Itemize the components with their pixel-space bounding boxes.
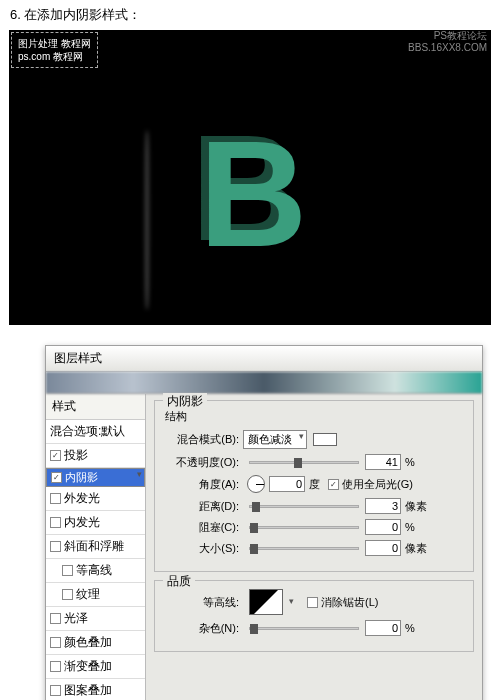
row-choke: 阻塞(C): 0 %	[165, 519, 463, 535]
item-label: 外发光	[64, 490, 100, 507]
layer-style-dialog: 图层样式 样式 混合选项:默认 投影 内阴影 外发光 内发光 斜面和浮雕 等高线…	[45, 345, 483, 700]
row-opacity: 不透明度(O): 41 %	[165, 454, 463, 470]
item-label: 内阴影	[65, 470, 98, 485]
antialias-label: 消除锯齿(L)	[321, 595, 378, 610]
unit-percent: %	[405, 456, 415, 468]
slider-thumb[interactable]	[252, 502, 260, 512]
style-item-satin[interactable]: 光泽	[46, 607, 145, 631]
item-label: 纹理	[76, 586, 100, 603]
settings-panel: 内阴影 结构 混合模式(B): 颜色减淡 不透明度(O): 41 % 角度(A)…	[146, 394, 482, 700]
dialog-header-bg	[46, 372, 482, 394]
item-label: 渐变叠加	[64, 658, 112, 675]
checkbox-icon[interactable]	[50, 637, 61, 648]
shadow-color-swatch[interactable]	[313, 433, 337, 446]
row-contour: 等高线: 消除锯齿(L)	[165, 589, 463, 615]
checkbox-icon[interactable]	[51, 472, 62, 483]
size-label: 大小(S):	[165, 541, 239, 556]
antialias-checkbox[interactable]	[307, 597, 318, 608]
unit-degree: 度	[309, 477, 320, 492]
angle-input[interactable]: 0	[269, 476, 305, 492]
row-size: 大小(S): 0 像素	[165, 540, 463, 556]
global-light-label: 使用全局光(G)	[342, 477, 413, 492]
noise-label: 杂色(N):	[165, 621, 239, 636]
styles-header: 样式	[46, 394, 145, 420]
step-caption: 6. 在添加内阴影样式：	[0, 0, 500, 30]
size-input[interactable]: 0	[365, 540, 401, 556]
noise-slider[interactable]	[249, 627, 359, 630]
checkbox-icon[interactable]	[50, 517, 61, 528]
distance-label: 距离(D):	[165, 499, 239, 514]
opacity-label: 不透明度(O):	[165, 455, 239, 470]
slider-thumb[interactable]	[250, 544, 258, 554]
item-label: 光泽	[64, 610, 88, 627]
credit-line: BBS.16XX8.COM	[408, 42, 487, 54]
slider-thumb[interactable]	[294, 458, 302, 468]
slider-thumb[interactable]	[250, 523, 258, 533]
row-blend-mode: 混合模式(B): 颜色减淡	[165, 430, 463, 449]
item-label: 投影	[64, 447, 88, 464]
style-item-texture[interactable]: 纹理	[46, 583, 145, 607]
section-quality: 品质	[163, 573, 195, 590]
angle-label: 角度(A):	[165, 477, 239, 492]
row-angle: 角度(A): 0 度 使用全局光(G)	[165, 475, 463, 493]
global-light-checkbox[interactable]	[328, 479, 339, 490]
size-slider[interactable]	[249, 547, 359, 550]
style-item-color-overlay[interactable]: 颜色叠加	[46, 631, 145, 655]
opacity-input[interactable]: 41	[365, 454, 401, 470]
checkbox-icon[interactable]	[50, 450, 61, 461]
choke-slider[interactable]	[249, 526, 359, 529]
style-item-outer-glow[interactable]: 外发光	[46, 487, 145, 511]
choke-label: 阻塞(C):	[165, 520, 239, 535]
style-item-inner-glow[interactable]: 内发光	[46, 511, 145, 535]
quality-group: 品质 等高线: 消除锯齿(L) 杂色(N): 0 %	[154, 580, 474, 652]
checkbox-icon[interactable]	[50, 661, 61, 672]
watermark: 图片处理 教程网 ps.com 教程网	[11, 32, 98, 68]
blend-label: 混合模式(B):	[165, 432, 239, 447]
distance-input[interactable]: 3	[365, 498, 401, 514]
blend-mode-select[interactable]: 颜色减淡	[243, 430, 307, 449]
item-label: 颜色叠加	[64, 634, 112, 651]
structure-group: 内阴影 结构 混合模式(B): 颜色减淡 不透明度(O): 41 % 角度(A)…	[154, 400, 474, 572]
unit-percent: %	[405, 521, 415, 533]
unit-percent: %	[405, 622, 415, 634]
contour-label: 等高线:	[165, 595, 239, 610]
letter-b: B	[199, 108, 307, 281]
dialog-title: 图层样式	[46, 346, 482, 372]
watermark-line: 图片处理 教程网	[18, 37, 91, 50]
section-structure: 结构	[165, 409, 463, 424]
preview-canvas: 图片处理 教程网 ps.com 教程网 PS教程论坛 BBS.16XX8.COM…	[9, 30, 491, 325]
corner-credit: PS教程论坛 BBS.16XX8.COM	[408, 30, 487, 54]
opacity-slider[interactable]	[249, 461, 359, 464]
slider-thumb[interactable]	[250, 624, 258, 634]
contour-picker[interactable]	[249, 589, 283, 615]
highlight-flare	[144, 130, 150, 310]
style-item-inner-shadow[interactable]: 内阴影	[46, 468, 145, 487]
noise-input[interactable]: 0	[365, 620, 401, 636]
style-item-bevel[interactable]: 斜面和浮雕	[46, 535, 145, 559]
credit-line: PS教程论坛	[408, 30, 487, 42]
item-label: 斜面和浮雕	[64, 538, 124, 555]
item-label: 内发光	[64, 514, 100, 531]
style-item-gradient-overlay[interactable]: 渐变叠加	[46, 655, 145, 679]
choke-input[interactable]: 0	[365, 519, 401, 535]
unit-px: 像素	[405, 499, 427, 514]
row-noise: 杂色(N): 0 %	[165, 620, 463, 636]
style-item-drop-shadow[interactable]: 投影	[46, 444, 145, 468]
checkbox-icon[interactable]	[50, 685, 61, 696]
checkbox-icon[interactable]	[50, 493, 61, 504]
style-item-contour[interactable]: 等高线	[46, 559, 145, 583]
watermark-line: ps.com 教程网	[18, 50, 91, 63]
row-distance: 距离(D): 3 像素	[165, 498, 463, 514]
style-item-pattern-overlay[interactable]: 图案叠加	[46, 679, 145, 700]
item-label: 等高线	[76, 562, 112, 579]
panel-title: 内阴影	[163, 393, 207, 410]
checkbox-icon[interactable]	[62, 589, 73, 600]
styles-list: 样式 混合选项:默认 投影 内阴影 外发光 内发光 斜面和浮雕 等高线 纹理 光…	[46, 394, 146, 700]
distance-slider[interactable]	[249, 505, 359, 508]
item-label: 图案叠加	[64, 682, 112, 699]
angle-dial[interactable]	[247, 475, 265, 493]
checkbox-icon[interactable]	[62, 565, 73, 576]
checkbox-icon[interactable]	[50, 613, 61, 624]
style-item-blend-default[interactable]: 混合选项:默认	[46, 420, 145, 444]
checkbox-icon[interactable]	[50, 541, 61, 552]
